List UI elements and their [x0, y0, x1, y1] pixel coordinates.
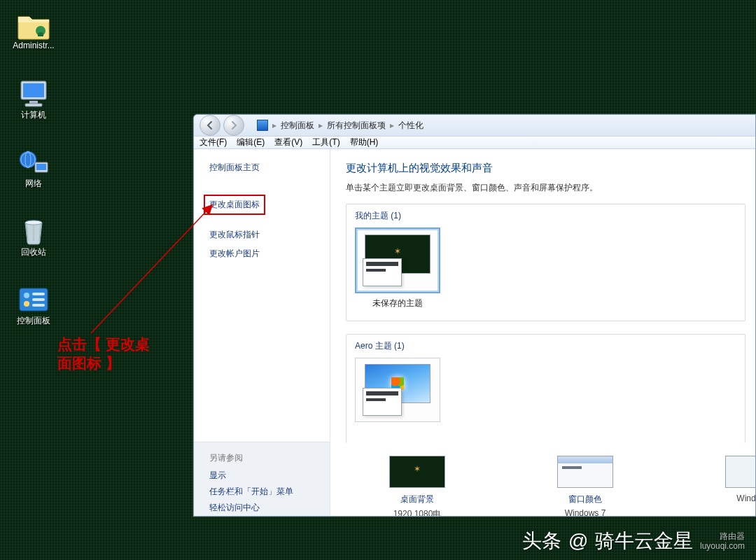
menu-help[interactable]: 帮助(H) — [350, 136, 379, 148]
menu-view[interactable]: 查看(V) — [274, 136, 302, 148]
taskbar-startmenu-link[interactable]: 任务栏和「开始」菜单 — [209, 486, 314, 498]
chevron-right-icon: ▸ — [390, 120, 394, 130]
content-area: 更改计算机上的视觉效果和声音 单击某个主题立即更改桌面背景、窗口颜色、声音和屏幕… — [330, 149, 755, 517]
wallpaper-glyph-icon: ✶ — [394, 246, 401, 256]
control-panel-mini-icon — [257, 120, 268, 131]
desktop-icon-computer[interactable]: 计算机 — [6, 78, 62, 137]
computer-icon — [17, 78, 50, 109]
personalization-window: ▸ 控制面板 ▸ 所有控制面板项 ▸ 个性化 文件(F) 编辑(E) 查看(V)… — [193, 114, 756, 517]
control-panel-home-link[interactable]: 控制面板主页 — [209, 162, 317, 174]
window-color-button[interactable]: 窗口颜色 Windows 7 Basic — [557, 456, 613, 517]
svg-rect-3 — [29, 101, 38, 104]
svg-rect-13 — [32, 293, 45, 295]
chevron-right-icon: ▸ — [272, 120, 276, 130]
svg-rect-8 — [36, 164, 46, 170]
breadcrumb-item[interactable]: 控制面板 — [281, 120, 314, 132]
display-link[interactable]: 显示 — [209, 470, 314, 482]
desktop-icon-control-panel[interactable]: 控制面板 — [6, 284, 62, 343]
change-desktop-icons-link[interactable]: 更改桌面图标 — [204, 195, 265, 215]
control-panel-icon — [17, 284, 50, 315]
aero-themes-header[interactable]: Aero 主题 (1) — [355, 340, 736, 352]
sidebar: 控制面板主页 更改桌面图标 更改鼠标指针 更改帐户图片 另请参阅 显示 任务栏和… — [194, 149, 330, 517]
recyclebin-icon — [17, 216, 50, 246]
annotation-text: 点击【 更改桌 面图标 】 — [57, 335, 150, 373]
aero-themes-group: Aero 主题 (1) — [346, 334, 746, 443]
titlebar: ▸ 控制面板 ▸ 所有控制面板项 ▸ 个性化 — [194, 115, 755, 136]
sounds-button-partial[interactable]: Wind — [725, 456, 755, 517]
my-themes-header[interactable]: 我的主题 (1) — [355, 210, 736, 222]
desktop-icons: Administr... 计算机 网络 回收站 控制面板 — [6, 10, 62, 353]
breadcrumb-item[interactable]: 所有控制面板项 — [327, 120, 386, 132]
desktop-icon-administrator[interactable]: Administr... — [6, 10, 62, 69]
network-icon — [17, 147, 50, 178]
menu-edit[interactable]: 编辑(E) — [237, 136, 265, 148]
change-mouse-pointers-link[interactable]: 更改鼠标指针 — [209, 229, 317, 241]
aero-theme-tile[interactable] — [355, 358, 440, 422]
nav-forward-button[interactable] — [223, 115, 244, 136]
see-also-section: 另请参阅 显示 任务栏和「开始」菜单 轻松访问中心 — [194, 442, 330, 517]
menubar: 文件(F) 编辑(E) 查看(V) 工具(T) 帮助(H) — [194, 136, 755, 149]
page-heading: 更改计算机上的视觉效果和声音 — [346, 162, 746, 175]
svg-rect-4 — [25, 104, 42, 106]
svg-point-11 — [24, 293, 29, 298]
folder-user-icon — [17, 10, 50, 41]
window-frame-thumb-icon — [363, 258, 402, 286]
desktop-icon-recyclebin[interactable]: 回收站 — [6, 216, 62, 274]
breadcrumb: ▸ 控制面板 ▸ 所有控制面板项 ▸ 个性化 — [257, 120, 750, 132]
menu-file[interactable]: 文件(F) — [200, 136, 227, 148]
svg-rect-2 — [23, 83, 44, 97]
sounds-thumb-icon — [725, 456, 755, 488]
watermark: 头条 @ 骑牛云金星 路由器luyouqi.com — [522, 528, 745, 554]
desktop-icon-network[interactable]: 网络 — [6, 147, 62, 206]
svg-rect-14 — [32, 298, 45, 301]
svg-rect-15 — [32, 304, 45, 307]
svg-point-9 — [25, 220, 42, 225]
theme-settings-row: ✶ 桌面背景 1920 1080电脑背景 窗口颜色 Windows 7 Basi… — [346, 456, 746, 517]
breadcrumb-item[interactable]: 个性化 — [398, 120, 424, 132]
nav-back-button[interactable] — [200, 115, 220, 136]
ease-of-access-link[interactable]: 轻松访问中心 — [209, 502, 314, 514]
change-account-picture-link[interactable]: 更改帐户图片 — [209, 248, 317, 260]
window-color-thumb-icon — [557, 456, 613, 488]
svg-point-5 — [20, 151, 36, 168]
chevron-right-icon: ▸ — [318, 120, 323, 130]
desktop-background-thumb-icon: ✶ — [389, 456, 445, 488]
unsaved-theme-tile[interactable]: ✶ 未保存的主题 — [355, 227, 440, 309]
page-subheading: 单击某个主题立即更改桌面背景、窗口颜色、声音和屏幕保护程序。 — [346, 182, 746, 194]
svg-point-12 — [24, 301, 29, 307]
my-themes-group: 我的主题 (1) ✶ 未保存的主题 — [346, 204, 746, 321]
window-frame-thumb-icon — [363, 388, 402, 416]
menu-tools[interactable]: 工具(T) — [312, 136, 340, 148]
desktop-background-button[interactable]: ✶ 桌面背景 1920 1080电脑背景 — [389, 456, 445, 517]
